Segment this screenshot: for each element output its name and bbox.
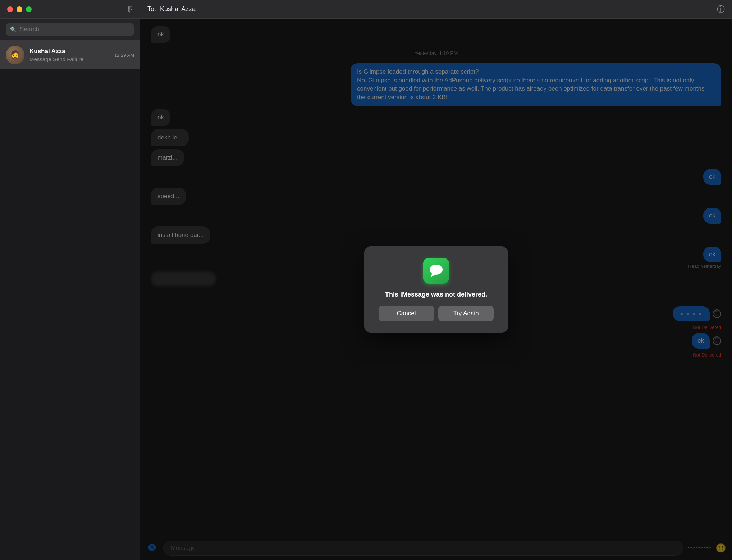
modal-buttons: Cancel Try Again <box>379 306 494 321</box>
recipient-name: Kushal Azza <box>160 5 196 13</box>
search-input[interactable] <box>20 26 130 33</box>
to-label: To: <box>147 5 156 13</box>
svg-point-0 <box>430 265 443 275</box>
info-button[interactable]: ⓘ <box>717 4 725 15</box>
try-again-button[interactable]: Try Again <box>438 306 494 321</box>
contact-preview: Message Send Failure <box>29 56 109 62</box>
chat-area: ok Yesterday, 1:10 PM Is Glimpse loaded … <box>140 19 732 560</box>
contact-time: 12:29 AM <box>114 52 134 58</box>
compose-button[interactable]: ⎘ <box>128 5 133 14</box>
contact-info: Kushal Azza Message Send Failure <box>29 48 109 62</box>
sidebar-empty-space <box>0 69 140 560</box>
sidebar: 🔍 🧔 Kushal Azza Message Send Failure 12:… <box>0 19 140 560</box>
modal-dialog: This iMessage was not delivered. Cancel … <box>364 246 508 333</box>
title-bar-right: To: Kushal Azza ⓘ <box>140 4 732 15</box>
contact-name: Kushal Azza <box>29 48 109 55</box>
cancel-button[interactable]: Cancel <box>379 306 434 321</box>
search-input-wrapper[interactable]: 🔍 <box>6 23 134 36</box>
title-bar: ⎘ To: Kushal Azza ⓘ <box>0 0 732 19</box>
main-content: 🔍 🧔 Kushal Azza Message Send Failure 12:… <box>0 19 732 560</box>
search-bar-container: 🔍 <box>0 19 140 41</box>
maximize-button[interactable] <box>26 6 32 12</box>
minimize-button[interactable] <box>17 6 22 12</box>
modal-title: This iMessage was not delivered. <box>385 291 487 298</box>
avatar: 🧔 <box>6 46 24 64</box>
close-button[interactable] <box>7 6 13 12</box>
modal-overlay: This iMessage was not delivered. Cancel … <box>140 19 732 560</box>
svg-marker-1 <box>431 274 435 277</box>
search-icon: 🔍 <box>10 26 17 33</box>
recipient-field: To: Kushal Azza <box>147 5 196 13</box>
modal-icon <box>423 258 449 284</box>
contact-item[interactable]: 🧔 Kushal Azza Message Send Failure 12:29… <box>0 41 140 69</box>
avatar-face: 🧔 <box>6 46 24 64</box>
messages-icon <box>428 263 444 279</box>
traffic-lights-group: ⎘ <box>0 5 140 14</box>
